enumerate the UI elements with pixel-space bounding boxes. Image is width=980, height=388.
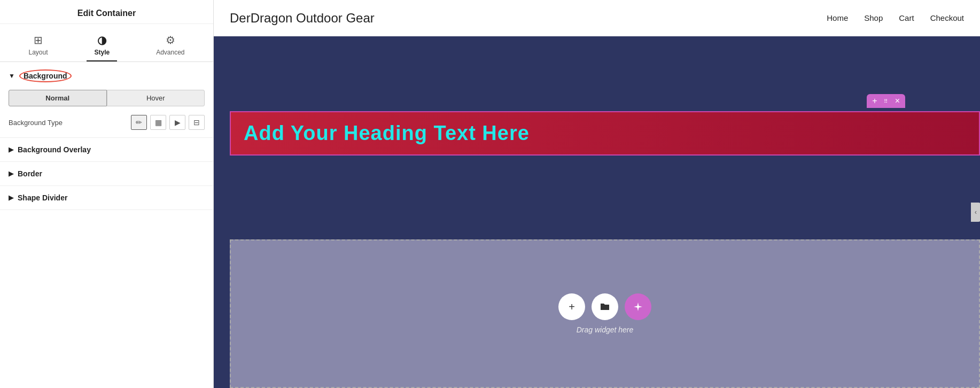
shape-divider-section[interactable]: ▶ Shape Divider bbox=[0, 186, 213, 210]
svg-marker-0 bbox=[634, 302, 642, 311]
strip-toolbar: + ⠿ × bbox=[867, 94, 905, 108]
overlay-title: Background Overlay bbox=[18, 145, 91, 154]
border-arrow: ▶ bbox=[9, 170, 13, 177]
type-icon-gradient[interactable]: ▦ bbox=[150, 115, 166, 130]
toggle-normal[interactable]: Normal bbox=[9, 90, 107, 106]
left-panel: Edit Container ⊞ Layout ◑ Style ⚙ Advanc… bbox=[0, 0, 214, 388]
strip-add-icon[interactable]: + bbox=[872, 96, 877, 106]
background-section-header[interactable]: ▼ Background bbox=[9, 69, 205, 82]
heading-text: Add Your Heading Text Here bbox=[244, 122, 530, 145]
lower-section: + Drag widget here bbox=[230, 239, 980, 388]
folder-widget-button[interactable] bbox=[592, 293, 618, 320]
canvas-area: + ⠿ × Add Your Heading Text Here + Drag … bbox=[214, 36, 980, 388]
collapse-panel-button[interactable]: ‹ bbox=[971, 203, 980, 222]
nav-checkout[interactable]: Checkout bbox=[930, 13, 964, 22]
widget-buttons: + bbox=[558, 293, 651, 320]
tab-layout-label: Layout bbox=[28, 49, 48, 56]
site-title: DerDragon Outdoor Gear bbox=[230, 11, 827, 26]
background-section: ▼ Background Normal Hover Background Typ… bbox=[0, 62, 213, 138]
type-icon-color[interactable]: ✏ bbox=[131, 115, 147, 130]
border-section[interactable]: ▶ Border bbox=[0, 162, 213, 186]
divider-arrow: ▶ bbox=[9, 194, 13, 201]
tab-layout[interactable]: ⊞ Layout bbox=[21, 30, 55, 61]
heading-strip[interactable]: Add Your Heading Text Here bbox=[230, 111, 980, 156]
divider-title: Shape Divider bbox=[18, 193, 67, 202]
right-area: DerDragon Outdoor Gear Home Shop Cart Ch… bbox=[214, 0, 980, 388]
tab-advanced-label: Advanced bbox=[156, 49, 184, 56]
background-circle: Background bbox=[19, 69, 72, 82]
layout-icon: ⊞ bbox=[34, 34, 43, 46]
strip-move-icon[interactable]: ⠿ bbox=[884, 98, 889, 104]
background-type-label: Background Type bbox=[9, 119, 63, 127]
panel-title: Edit Container bbox=[0, 0, 213, 24]
nav-cart[interactable]: Cart bbox=[899, 13, 914, 22]
nav-links: Home Shop Cart Checkout bbox=[827, 13, 964, 22]
advanced-icon: ⚙ bbox=[166, 34, 175, 46]
type-icons-group: ✏ ▦ ▶ ⊟ bbox=[131, 115, 205, 130]
tabs-row: ⊞ Layout ◑ Style ⚙ Advanced bbox=[0, 24, 213, 62]
type-icon-image[interactable]: ⊟ bbox=[189, 115, 205, 130]
normal-hover-toggle: Normal Hover bbox=[9, 90, 205, 106]
nav-home[interactable]: Home bbox=[827, 13, 848, 22]
overlay-arrow: ▶ bbox=[9, 146, 13, 153]
drag-label: Drag widget here bbox=[577, 325, 634, 334]
background-type-row: Background Type ✏ ▦ ▶ ⊟ bbox=[9, 115, 205, 130]
type-icon-video[interactable]: ▶ bbox=[169, 115, 185, 130]
background-title: Background bbox=[24, 72, 67, 80]
style-icon: ◑ bbox=[97, 34, 106, 46]
nav-shop[interactable]: Shop bbox=[864, 13, 883, 22]
sparkle-widget-button[interactable] bbox=[625, 293, 651, 320]
border-title: Border bbox=[18, 169, 42, 178]
top-nav: DerDragon Outdoor Gear Home Shop Cart Ch… bbox=[214, 0, 980, 36]
tab-style-label: Style bbox=[94, 49, 110, 56]
tab-advanced[interactable]: ⚙ Advanced bbox=[149, 30, 192, 61]
background-overlay-section[interactable]: ▶ Background Overlay bbox=[0, 138, 213, 162]
add-widget-button[interactable]: + bbox=[558, 293, 585, 320]
background-arrow: ▼ bbox=[9, 72, 15, 80]
toggle-hover[interactable]: Hover bbox=[107, 90, 205, 106]
tab-style[interactable]: ◑ Style bbox=[87, 30, 117, 61]
strip-close-icon[interactable]: × bbox=[895, 96, 900, 106]
